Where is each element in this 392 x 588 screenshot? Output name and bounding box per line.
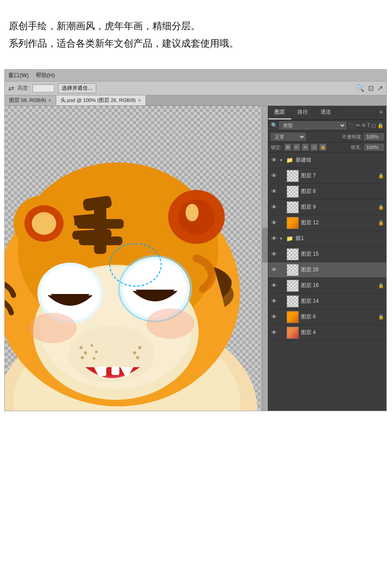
layer-name-26: 图层 26 — [300, 266, 385, 274]
menu-window[interactable]: 窗口(W) — [8, 71, 29, 79]
opacity-input[interactable] — [364, 133, 384, 140]
lock-artboard-icon[interactable]: ◻ — [311, 144, 318, 151]
svg-rect-9 — [79, 237, 122, 245]
photoshop-window: 窗口(W) 帮助(H) ⇄ 高度: 选择并遮住... 🔍 ⊡ ↗ 图层 58, … — [4, 69, 387, 411]
layers-search-icon: 🔍 — [271, 122, 277, 128]
layers-panel-menu-icon[interactable]: ≡ — [376, 106, 386, 119]
layers-lock-row: 锁定: ⊞ ✏ ✛ ◻ 🔒 填充: — [268, 142, 386, 152]
lock-brush-icon[interactable]: ✏ — [293, 144, 300, 151]
layer-item-9[interactable]: 👁 图层 9 🔒 — [268, 199, 386, 215]
layer-name-6: 图层 6 — [300, 313, 376, 321]
svg-rect-41 — [112, 366, 119, 375]
lock-all-icon[interactable]: 🔒 — [319, 144, 326, 151]
filter-icon-1[interactable]: ⬛ — [348, 122, 355, 128]
swap-arrow-icon: ⇄ — [8, 84, 14, 92]
layer-group-yan1[interactable]: 👁 ▼ 📁 眼1 — [268, 231, 386, 247]
svg-point-34 — [91, 344, 93, 347]
layers-tabs: 图层 路径 通道 ≡ — [268, 106, 386, 120]
layer-eye-4[interactable]: 👁 — [270, 329, 278, 337]
layers-filter-select[interactable]: 类型 — [279, 122, 346, 129]
layer-item-6[interactable]: 👁 图层 6 🔒 — [268, 309, 386, 325]
layer-group-xinjian[interactable]: 👁 ▼ 📁 新建组 — [268, 152, 386, 168]
layer-thumb-14 — [287, 295, 299, 308]
layer-item-15[interactable]: 👁 图层 15 — [268, 247, 386, 262]
canvas-scrollbar-thumb[interactable] — [262, 228, 268, 263]
top-text-line2: 系列作品，适合各类新年文创产品，建议成套使用哦。 — [9, 35, 383, 52]
layer-thumb-12 — [287, 217, 299, 229]
layer-thumb-26 — [287, 264, 299, 276]
layer-item-16[interactable]: 👁 图层 16 🔒 — [268, 278, 386, 294]
layer-item-8[interactable]: 👁 图层 8 — [268, 184, 386, 199]
svg-point-21 — [123, 260, 187, 318]
ps-tab-1-close[interactable]: ✕ — [138, 98, 141, 103]
svg-point-33 — [81, 356, 84, 359]
ps-canvas[interactable] — [5, 106, 268, 411]
layer-eye-26[interactable]: 👁 — [270, 266, 278, 274]
layer-name-yan1: 眼1 — [295, 235, 385, 242]
layer-item-12[interactable]: 👁 图层 12 🔒 — [268, 215, 386, 231]
ps-menubar: 窗口(W) 帮助(H) — [5, 70, 386, 81]
layer-eye-xinjian[interactable]: 👁 — [270, 156, 278, 164]
layer-item-14[interactable]: 👁 图层 14 — [268, 294, 386, 309]
lock-move-icon[interactable]: ✛ — [302, 144, 309, 151]
svg-point-39 — [136, 356, 139, 359]
ps-tabbar: 图层 58, RGB/8) ✕ 头.psd @ 100% (图层 26, RGB… — [5, 95, 386, 106]
svg-point-19 — [41, 266, 100, 321]
canvas-scrollbar[interactable] — [262, 106, 268, 411]
filter-icon-6[interactable]: 🔒 — [377, 122, 384, 128]
ps-tab-1[interactable]: 头.psd @ 100% (图层 26, RGB/8) ✕ — [56, 95, 146, 105]
layer-eye-9[interactable]: 👁 — [270, 203, 278, 211]
layers-tab-paths[interactable]: 路径 — [291, 106, 314, 119]
toolbar-share-icon[interactable]: ↗ — [377, 84, 383, 92]
ps-tab-0-close[interactable]: ✕ — [48, 98, 51, 103]
layer-eye-6[interactable]: 👁 — [270, 313, 278, 321]
layer-eye-yan1[interactable]: 👁 — [270, 235, 278, 243]
svg-point-12 — [32, 212, 56, 235]
filter-icon-4[interactable]: T — [367, 122, 370, 128]
ps-tab-0-label: 图层 58, RGB/8) — [9, 97, 46, 104]
layer-item-7[interactable]: 👁 图层 7 🔒 — [268, 168, 386, 184]
layer-lock-6: 🔒 — [378, 314, 385, 321]
group-arrow-xinjian[interactable]: ▼ — [279, 158, 284, 162]
ps-tab-1-label: 头.psd @ 100% (图层 26, RGB/8) — [61, 97, 136, 104]
top-text-line1: 原创手绘，新潮画风，虎年年画，精细分层。 — [9, 17, 383, 35]
layers-tab-channels[interactable]: 通道 — [314, 106, 338, 119]
layer-thumb-16 — [287, 280, 299, 292]
layer-lock-9: 🔒 — [378, 204, 385, 211]
svg-point-35 — [95, 351, 98, 353]
layer-thumb-4 — [287, 327, 299, 339]
toolbar-search-icon[interactable]: 🔍 — [356, 84, 365, 92]
height-input[interactable] — [33, 84, 54, 92]
filter-icon-2[interactable]: ✏ — [356, 122, 360, 128]
layer-eye-16[interactable]: 👁 — [270, 282, 278, 290]
layer-eye-8[interactable]: 👁 — [270, 188, 278, 196]
layer-lock-16: 🔒 — [378, 282, 385, 289]
layer-eye-7[interactable]: 👁 — [270, 172, 278, 180]
folder-icon-yan1: 📁 — [286, 235, 294, 243]
group-arrow-yan1[interactable]: ▼ — [279, 237, 284, 241]
ps-tab-0[interactable]: 图层 58, RGB/8) ✕ — [5, 95, 56, 105]
layer-item-26[interactable]: 👁 图层 26 — [268, 262, 386, 278]
lock-pixels-icon[interactable]: ⊞ — [284, 144, 291, 151]
tiger-svg — [5, 106, 264, 411]
layer-thumb-6 — [287, 311, 299, 323]
layer-lock-7: 🔒 — [378, 172, 385, 179]
height-label: 高度: — [17, 84, 29, 92]
ps-main-content: 图层 路径 通道 ≡ 🔍 类型 ⬛ ✏ ✛ T ◻ 🔒 — [5, 106, 386, 411]
menu-help[interactable]: 帮助(H) — [36, 71, 55, 79]
layer-name-7: 图层 7 — [300, 172, 376, 179]
layers-blend-mode-select[interactable]: 正常 — [271, 133, 306, 141]
layers-filter-icons: ⬛ ✏ ✛ T ◻ 🔒 — [348, 122, 384, 128]
filter-icon-3[interactable]: ✛ — [362, 122, 366, 128]
fill-input[interactable] — [364, 144, 384, 151]
toolbar-view-icon[interactable]: ⊡ — [368, 84, 374, 92]
layers-panel: 图层 路径 通道 ≡ 🔍 类型 ⬛ ✏ ✛ T ◻ 🔒 — [268, 106, 386, 411]
filter-icon-5[interactable]: ◻ — [372, 122, 376, 128]
layer-eye-14[interactable]: 👁 — [270, 297, 278, 305]
layer-item-4[interactable]: 👁 图层 4 — [268, 325, 386, 341]
layer-eye-15[interactable]: 👁 — [270, 250, 278, 258]
layers-tab-layers[interactable]: 图层 — [268, 106, 291, 119]
svg-point-15 — [186, 204, 199, 221]
layer-eye-12[interactable]: 👁 — [270, 219, 278, 227]
select-mask-button[interactable]: 选择并遮住... — [58, 83, 96, 93]
